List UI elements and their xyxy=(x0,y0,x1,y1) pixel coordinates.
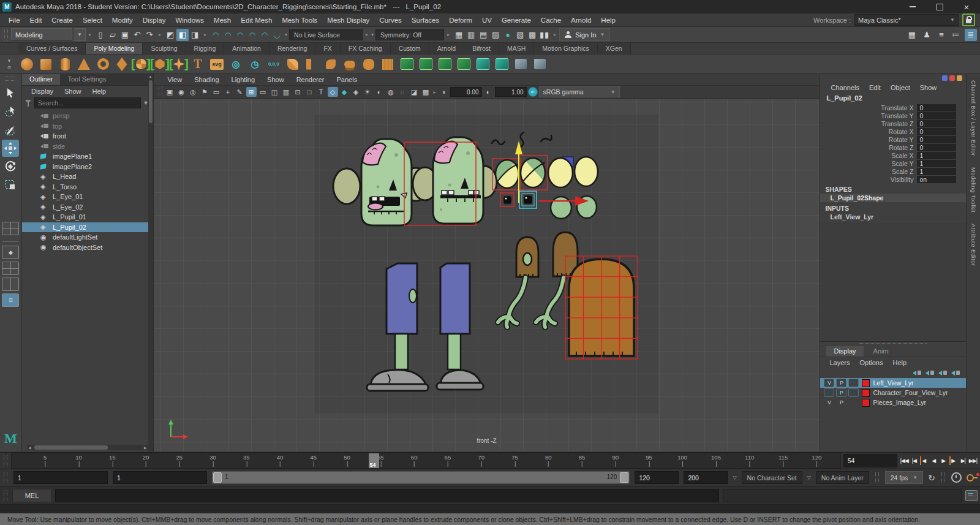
field-chart-icon[interactable]: ⊡ xyxy=(293,87,303,97)
outliner-item[interactable]: defaultObjectSet xyxy=(22,243,153,253)
combine-icon[interactable] xyxy=(285,56,301,72)
command-language-button[interactable]: MEL xyxy=(12,489,51,502)
channel-attribute-row[interactable]: Translate X 0 xyxy=(820,104,966,111)
safe-title-icon[interactable]: T xyxy=(316,87,326,97)
menu-item[interactable]: Create xyxy=(47,17,78,24)
menu-set-dropdown[interactable]: Modeling xyxy=(11,28,72,41)
snap-options-arrow[interactable]: ▾ xyxy=(285,32,287,37)
view-transform-icon[interactable]: sR xyxy=(528,87,538,97)
viewport-menu-item[interactable]: Renderer xyxy=(291,76,330,83)
grid-icon[interactable]: ⊞ xyxy=(246,87,257,97)
menu-item[interactable]: Edit xyxy=(25,17,47,24)
shape-node-item[interactable]: L_Pupil_02Shape xyxy=(820,194,966,202)
svg-tool-icon[interactable]: svg xyxy=(209,56,225,72)
hypershade-icon[interactable]: ▧ xyxy=(514,29,526,41)
sweep-mesh-icon[interactable] xyxy=(171,56,187,72)
menu-item[interactable]: Windows xyxy=(170,17,209,24)
menu-item[interactable]: File xyxy=(4,17,25,24)
target-weld-icon[interactable] xyxy=(418,56,434,72)
gamma-icon[interactable]: ◐ xyxy=(483,87,494,97)
maximize-button[interactable] xyxy=(926,0,953,13)
new-empty-layer-icon[interactable] xyxy=(938,369,947,376)
group-collapse-icon[interactable]: ▸ xyxy=(89,32,91,37)
channelbox-menu-item[interactable]: Show xyxy=(916,84,941,91)
range-slider-bar[interactable]: 1 120 xyxy=(212,471,630,484)
bevel-icon[interactable] xyxy=(475,56,491,72)
channel-attribute-value[interactable]: 0 xyxy=(917,144,956,151)
ear-piece-01[interactable] xyxy=(551,197,571,219)
menu-item[interactable]: Edit Mesh xyxy=(236,17,277,24)
select-hierarchy-icon[interactable]: ◩ xyxy=(164,29,176,41)
textured-icon[interactable]: ◈ xyxy=(351,87,361,97)
layer-playback-toggle[interactable]: P xyxy=(836,388,846,397)
panel-splitter[interactable] xyxy=(820,342,966,346)
sidebar-vertical-tab[interactable]: Channel Box / Layer Editor xyxy=(970,80,977,156)
freeze-transformations-icon[interactable]: 0,0,0 xyxy=(266,56,282,72)
menu-item[interactable]: Select xyxy=(78,17,107,24)
channel-attribute-row[interactable]: Scale X 1 xyxy=(820,151,966,159)
timeline-ruler[interactable]: 5101520253035404550556065707580859095100… xyxy=(11,453,841,469)
platonic-solid-icon[interactable] xyxy=(152,56,168,72)
channel-attribute-row[interactable]: Scale Y 1 xyxy=(820,159,966,167)
screen-space-ao-icon[interactable]: ◍ xyxy=(386,87,396,97)
channel-box-layer-editor-icon[interactable]: ≣ xyxy=(965,29,977,41)
menu-item[interactable]: Display xyxy=(138,17,171,24)
outliner-menu-item[interactable]: Display xyxy=(27,88,58,95)
pants-front[interactable] xyxy=(386,263,417,334)
channel-attribute-row[interactable]: Visibility on xyxy=(820,175,966,183)
outliner-filter-icon[interactable] xyxy=(24,99,32,107)
construction-plane-icon[interactable] xyxy=(228,56,244,72)
outliner-item[interactable]: defaultLightSet xyxy=(22,232,153,243)
channelbox-menu-item[interactable]: Object xyxy=(886,84,914,91)
panel-tab[interactable]: Tool Settings xyxy=(60,74,113,85)
select-tool[interactable] xyxy=(2,85,19,102)
layer-visibility-toggle[interactable] xyxy=(824,388,834,397)
layer-color-swatch[interactable] xyxy=(862,389,870,397)
poly-torus-icon[interactable] xyxy=(95,56,111,72)
outliner-item[interactable]: persp xyxy=(22,111,153,121)
group-collapse-icon[interactable]: ▸ xyxy=(159,32,161,37)
separate-icon[interactable] xyxy=(304,56,320,72)
group-collapse-icon[interactable]: ▸ xyxy=(204,32,206,37)
manip-default-icon[interactable] xyxy=(942,75,948,81)
snap-curve-icon[interactable]: ◠ xyxy=(222,29,234,41)
outliner-item[interactable]: side xyxy=(22,142,153,152)
four-view-layout-button[interactable] xyxy=(2,262,19,275)
minimize-button[interactable] xyxy=(899,0,926,13)
shelf-tab[interactable]: Rendering xyxy=(270,43,315,54)
lock-camera-icon[interactable]: ◉ xyxy=(176,87,187,97)
wireframe-icon[interactable]: ◇ xyxy=(328,87,338,97)
shaded-icon[interactable]: ◆ xyxy=(339,87,350,97)
shelf-tab[interactable]: MASH xyxy=(499,43,534,54)
layer-color-swatch[interactable] xyxy=(862,399,870,407)
use-all-lights-icon[interactable]: ☀ xyxy=(363,87,373,97)
fps-dropdown[interactable]: 24 fps ▼ xyxy=(885,471,924,484)
bookmark-icon[interactable]: ⚑ xyxy=(200,87,210,97)
layer-color-swatch[interactable] xyxy=(862,379,870,387)
channelbox-menu-item[interactable]: Edit xyxy=(865,84,885,91)
single-pane-layout-button[interactable]: ◆ xyxy=(2,246,19,259)
playback-start-field[interactable] xyxy=(113,471,207,484)
poly-plane-icon[interactable] xyxy=(114,56,130,72)
undo-icon[interactable]: ↶ xyxy=(131,29,143,41)
timeline-grip[interactable] xyxy=(4,455,7,466)
menu-item[interactable]: Modify xyxy=(107,17,138,24)
go-to-start-button[interactable]: |◀◀ xyxy=(900,455,909,466)
layer-playback-toggle[interactable]: P xyxy=(836,379,846,387)
play-backwards-button[interactable]: ◀ xyxy=(929,455,938,466)
animation-start-field[interactable] xyxy=(13,471,108,484)
extrude-icon[interactable] xyxy=(456,56,472,72)
step-back-key-button[interactable]: ◀ xyxy=(919,455,929,466)
mirror-icon[interactable] xyxy=(513,56,529,72)
channel-attribute-row[interactable]: Scale Z 1 xyxy=(820,167,966,175)
light-editor-icon[interactable]: ▩ xyxy=(526,29,538,41)
channel-attribute-row[interactable]: Translate Y 0 xyxy=(820,111,966,119)
command-line-grip[interactable] xyxy=(4,490,7,501)
snap-view-plane-icon[interactable]: ◠ xyxy=(258,29,271,41)
snap-grid-icon[interactable]: ◠ xyxy=(209,29,222,41)
channel-attribute-value[interactable]: 0 xyxy=(917,128,956,135)
eye-right-02[interactable] xyxy=(575,157,598,186)
channel-attribute-row[interactable]: Rotate Z 0 xyxy=(820,143,966,151)
snap-projected-center-icon[interactable]: ◠ xyxy=(246,29,258,41)
outliner-menu-item[interactable]: Show xyxy=(60,88,86,95)
